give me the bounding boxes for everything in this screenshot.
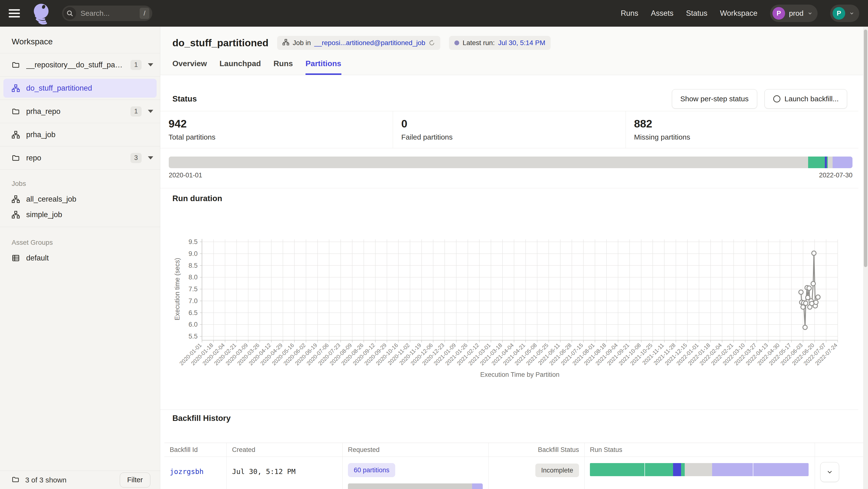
run-duration-heading: Run duration <box>173 194 222 203</box>
sidebar-item-label: repo <box>26 154 41 162</box>
top-nav-links: RunsAssetsStatusWorkspace <box>621 9 757 18</box>
deployment-avatar: P <box>772 7 785 20</box>
top-nav-status[interactable]: Status <box>686 9 708 18</box>
tab-overview[interactable]: Overview <box>173 59 207 75</box>
user-menu[interactable]: P <box>830 5 859 22</box>
svg-text:7.5: 7.5 <box>188 286 197 293</box>
expand-caret-icon[interactable] <box>148 156 153 159</box>
status-segment <box>590 463 645 476</box>
partition-range-start: 2020-01-01 <box>169 171 202 179</box>
svg-text:8.5: 8.5 <box>188 262 197 269</box>
workspace-sidebar: Workspace __repository__do_stuff_partiti… <box>0 27 160 489</box>
svg-text:8.0: 8.0 <box>188 273 197 281</box>
folder-icon <box>12 154 20 162</box>
run-status-dot <box>454 40 459 45</box>
stat-total-partitions: 942Total partitions <box>160 111 393 148</box>
column-header-backfill-id: Backfill Id <box>164 443 226 457</box>
asset-group-icon <box>12 254 20 262</box>
job-icon <box>12 84 20 92</box>
status-segment <box>645 463 673 476</box>
status-segment <box>472 483 483 489</box>
stat-label: Missing partitions <box>634 133 858 141</box>
tab-bar: OverviewLaunchpadRunsPartitions <box>173 59 341 75</box>
sidebar-item-all_cereals_job[interactable]: all_cereals_job <box>0 191 160 207</box>
expand-caret-icon[interactable] <box>148 110 153 113</box>
top-navigation-bar: Search... / RunsAssetsStatusWorkspace P … <box>0 0 868 27</box>
requested-partitions-tag[interactable]: 60 partitions <box>348 463 395 477</box>
sidebar-item-label: prha_repo <box>26 107 60 116</box>
svg-text:7.0: 7.0 <box>188 297 197 304</box>
svg-text:9.0: 9.0 <box>188 250 197 257</box>
job-icon <box>12 195 20 203</box>
status-segment <box>828 157 833 168</box>
backfill-status-tag: Incomplete <box>535 463 579 477</box>
status-segment <box>753 463 809 476</box>
sidebar-item-simple_job[interactable]: simple_job <box>0 207 160 223</box>
column-header-run-status: Run Status <box>584 443 815 457</box>
search-icon <box>64 7 76 20</box>
launch-backfill-button[interactable]: Launch backfill... <box>765 89 847 108</box>
search-shortcut-badge: / <box>140 8 149 19</box>
partition-stats: 942Total partitions0Failed partitions882… <box>160 111 858 148</box>
status-segment <box>673 463 681 476</box>
search-placeholder: Search... <box>81 9 140 18</box>
user-avatar: P <box>833 7 845 20</box>
svg-text:9.5: 9.5 <box>188 238 197 246</box>
status-segment <box>348 483 472 489</box>
deployment-switcher[interactable]: P prod <box>770 5 817 22</box>
column-header-backfill-status: Backfill Status <box>488 443 584 457</box>
sidebar-item-prha_repo[interactable]: prha_repo1 <box>0 100 160 123</box>
sidebar-item-label: all_cereals_job <box>26 195 76 203</box>
expand-caret-icon[interactable] <box>148 63 153 66</box>
top-nav-workspace[interactable]: Workspace <box>720 9 757 18</box>
search-input[interactable]: Search... / <box>62 6 152 21</box>
status-segment <box>685 463 712 476</box>
sidebar-item-do_stuff_partitioned[interactable]: do_stuff_partitioned <box>0 76 160 100</box>
job-icon <box>282 39 289 47</box>
page-scrollbar <box>863 27 868 489</box>
deployment-label: prod <box>789 9 804 18</box>
folder-icon <box>12 61 20 69</box>
refresh-icon[interactable] <box>429 40 435 46</box>
sidebar-item-repo[interactable]: repo3 <box>0 146 160 170</box>
scrollbar-thumb[interactable] <box>864 30 867 267</box>
sidebar-section-header: Asset Groups <box>0 235 160 250</box>
svg-text:6.5: 6.5 <box>188 309 197 317</box>
stat-value: 882 <box>634 118 858 130</box>
chevron-down-icon <box>826 468 833 476</box>
tab-launchpad[interactable]: Launchpad <box>219 59 261 75</box>
repos-shown-count: 3 of 3 shown <box>25 476 66 484</box>
tab-partitions[interactable]: Partitions <box>306 59 341 75</box>
dagster-logo-icon[interactable] <box>30 2 52 25</box>
job-count-badge: 1 <box>130 106 142 117</box>
job-repo-link[interactable]: __reposi...artitioned@partitioned_job <box>314 39 425 47</box>
backfill-id-link[interactable]: jozrgsbh <box>170 457 221 476</box>
top-nav-assets[interactable]: Assets <box>651 9 674 18</box>
job-count-badge: 1 <box>130 60 142 70</box>
svg-text:6.0: 6.0 <box>188 321 197 328</box>
stat-value: 942 <box>168 118 393 130</box>
sidebar-item-label: simple_job <box>26 210 62 219</box>
sidebar-item-label: default <box>26 254 49 262</box>
sidebar-item-default[interactable]: default <box>0 250 160 266</box>
plus-circle-icon <box>773 95 781 103</box>
latest-run-link[interactable]: Jul 30, 5:14 PM <box>498 39 545 47</box>
job-tag-prefix: Job in <box>293 39 311 47</box>
status-segment <box>825 157 827 168</box>
svg-text:Execution Time by Partition: Execution Time by Partition <box>480 371 559 378</box>
row-expand-button[interactable] <box>820 462 839 482</box>
show-per-step-status-button[interactable]: Show per-step status <box>672 89 757 108</box>
sidebar-item-label: __repository__do_stuff_partitio... <box>26 61 123 69</box>
sidebar-item-prha_job[interactable]: prha_job <box>0 123 160 146</box>
top-nav-runs[interactable]: Runs <box>621 9 638 18</box>
stat-label: Failed partitions <box>401 133 625 141</box>
job-icon <box>12 210 20 219</box>
partition-status-bar[interactable] <box>169 157 852 168</box>
tab-runs[interactable]: Runs <box>274 59 293 75</box>
sidebar-item-__repository__do_stuff_partitio[interactable]: __repository__do_stuff_partitio...1 <box>0 53 160 76</box>
filter-button[interactable]: Filter <box>120 472 150 488</box>
menu-icon[interactable] <box>9 9 20 18</box>
backfill-created: Jul 30, 5:12 PM <box>232 457 337 476</box>
job-repo-tag: Job in __reposi...artitioned@partitioned… <box>277 36 440 50</box>
run-status-bar[interactable] <box>590 463 809 476</box>
